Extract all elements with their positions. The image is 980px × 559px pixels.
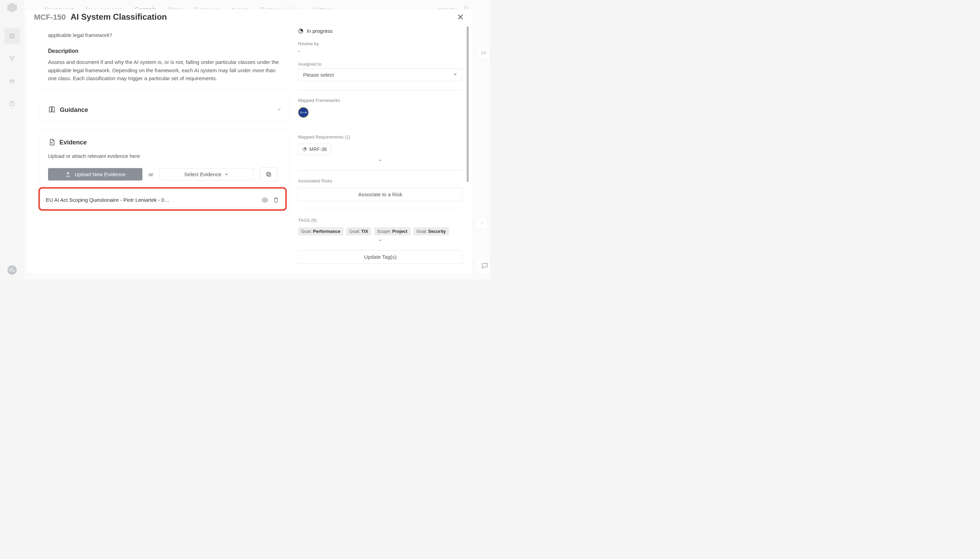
requirement-chip-label: MRF-38 (309, 147, 327, 152)
framework-badge-text: EU AI (300, 111, 307, 114)
associate-risk-button[interactable]: Associate to a Risk (298, 188, 463, 201)
mapped-frameworks-label: Mapped Frameworks (298, 98, 463, 103)
scrollbar-thumb[interactable] (467, 26, 469, 182)
evidence-row-highlight: EU AI Act Scoping Questionaire - Piotr L… (38, 187, 287, 211)
modal-side-column: In progress Review by - Assigned to Plea… (298, 25, 470, 273)
status-label: In progress (307, 28, 333, 34)
select-evidence-button[interactable]: Select Evidence (159, 168, 253, 180)
modal-id: MCF-150 (34, 12, 66, 21)
select-evidence-label: Select Evidence (184, 171, 222, 177)
evidence-row[interactable]: EU AI Act Scoping Questionaire - Piotr L… (46, 193, 280, 208)
upload-evidence-button[interactable]: Upload New Evidence (48, 168, 142, 180)
guidance-card[interactable]: Guidance (40, 98, 290, 122)
mapped-reqs-label: Mapped Requirements (1) (298, 134, 463, 140)
upload-icon (65, 171, 71, 177)
chevron-down-icon (277, 107, 281, 112)
evidence-heading: Evidence (60, 139, 87, 146)
tags-row: Goal:Performance Goal:TIX Scope:Project … (298, 227, 463, 236)
close-icon[interactable] (457, 13, 464, 21)
description-heading: Description (48, 48, 281, 54)
divider (298, 126, 463, 127)
description-card: applicable legal framework? Description … (40, 25, 290, 89)
svg-rect-6 (267, 173, 271, 176)
requirement-chip[interactable]: MRF-38 (298, 144, 331, 155)
book-icon (48, 106, 56, 113)
description-body: Assess and document if and why the AI sy… (48, 58, 281, 83)
chevron-down-icon (224, 172, 229, 177)
or-label: or (149, 171, 153, 177)
copy-button[interactable] (260, 167, 277, 181)
control-modal: MCF-150 AI System Classification applica… (26, 9, 473, 273)
chevron-down-icon (453, 72, 457, 78)
guidance-heading: Guidance (60, 106, 88, 113)
tag-chip[interactable]: Goal:TIX (346, 227, 371, 236)
expand-tags-toggle[interactable] (298, 238, 463, 243)
svg-rect-7 (267, 172, 270, 175)
divider (298, 90, 463, 90)
status-icon (298, 28, 304, 34)
divider (298, 170, 463, 171)
view-icon[interactable] (262, 197, 268, 203)
evidence-subtitle: Upload or attach relevant evidence here (48, 153, 281, 159)
associated-risks-label: Associated Risks (298, 178, 463, 184)
evidence-card: Evidence Upload or attach relevant evide… (40, 130, 290, 219)
update-tags-button[interactable]: Update Tag(s) (298, 250, 463, 264)
assigned-to-placeholder: Please select (303, 72, 334, 78)
review-by-value: - (298, 48, 463, 54)
tag-chip[interactable]: Goal:Security (413, 227, 449, 236)
intro-text-partial: applicable legal framework? (48, 31, 281, 40)
delete-icon[interactable] (273, 197, 280, 203)
modal-header: MCF-150 AI System Classification (26, 9, 473, 25)
upload-evidence-label: Upload New Evidence (74, 171, 126, 177)
expand-reqs-toggle[interactable] (298, 158, 463, 163)
assigned-to-label: Assigned to (298, 61, 463, 67)
copy-icon (265, 171, 271, 177)
status-icon (302, 147, 307, 152)
status-row: In progress (298, 28, 463, 34)
tag-chip[interactable]: Goal:Performance (298, 227, 344, 236)
tags-label: TAGS (9) (298, 218, 463, 223)
assigned-to-select[interactable]: Please select (298, 69, 463, 81)
review-by-label: Review by (298, 41, 463, 46)
modal-main-column: applicable legal framework? Description … (26, 25, 290, 273)
tag-chip[interactable]: Scope:Project (374, 227, 411, 236)
file-icon (48, 138, 56, 146)
divider (298, 210, 463, 210)
evidence-row-name: EU AI Act Scoping Questionaire - Piotr L… (46, 197, 257, 203)
modal-title: AI System Classification (71, 12, 167, 22)
framework-badge-euai[interactable]: EU AI (298, 107, 309, 118)
svg-point-8 (264, 199, 266, 201)
